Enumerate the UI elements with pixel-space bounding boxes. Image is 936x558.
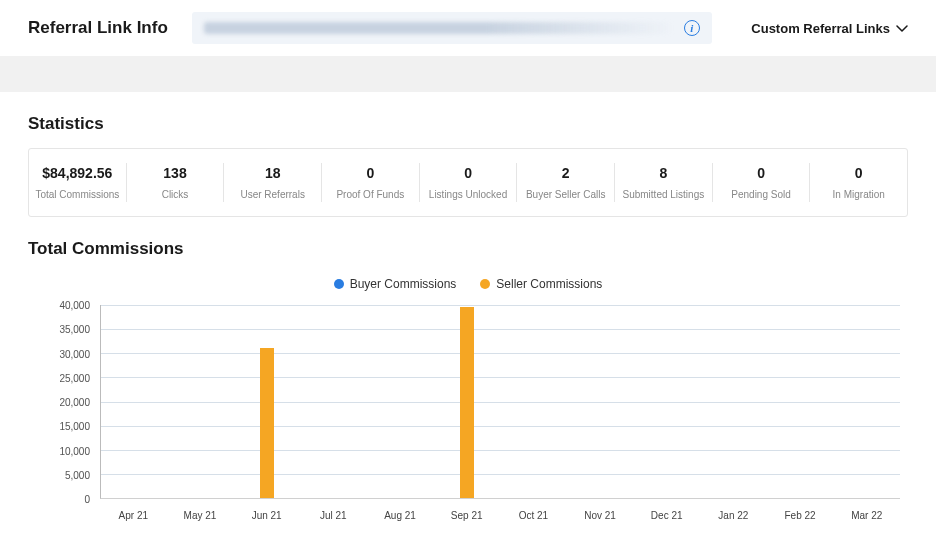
x-tick-label: Jul 21 <box>300 504 367 521</box>
stat-label: Listings Unlocked <box>426 189 511 200</box>
stat-card: 0Pending Sold <box>713 163 811 202</box>
stat-value: 0 <box>816 165 901 181</box>
legend-buyer-label: Buyer Commissions <box>350 277 457 291</box>
stat-label: Total Commissions <box>35 189 120 200</box>
stat-label: Pending Sold <box>719 189 804 200</box>
y-tick-label: 35,000 <box>59 324 90 335</box>
x-tick-label: Feb 22 <box>767 504 834 521</box>
stat-value: 0 <box>719 165 804 181</box>
stat-card: 0In Migration <box>810 163 907 202</box>
y-tick-label: 20,000 <box>59 397 90 408</box>
x-axis: Apr 21May 21Jun 21Jul 21Aug 21Sep 21Oct … <box>100 499 900 525</box>
legend-seller: Seller Commissions <box>480 277 602 291</box>
custom-referral-links-dropdown[interactable]: Custom Referral Links <box>751 21 908 36</box>
y-tick-label: 30,000 <box>59 348 90 359</box>
referral-link-field[interactable]: i <box>192 12 712 44</box>
stat-card: 18User Referrals <box>224 163 322 202</box>
y-tick-label: 0 <box>84 494 90 505</box>
stat-card: $84,892.56Total Commissions <box>29 163 127 202</box>
bar-slot <box>168 305 235 498</box>
plot-area <box>100 305 900 499</box>
chart: 05,00010,00015,00020,00025,00030,00035,0… <box>28 305 908 525</box>
x-tick-label: Dec 21 <box>633 504 700 521</box>
x-tick-label: Nov 21 <box>567 504 634 521</box>
bar-seller <box>260 348 274 498</box>
y-tick-label: 15,000 <box>59 421 90 432</box>
stat-card: 8Submitted Listings <box>615 163 713 202</box>
y-axis: 05,00010,00015,00020,00025,00030,00035,0… <box>28 305 96 499</box>
stat-label: Submitted Listings <box>621 189 706 200</box>
y-tick-label: 10,000 <box>59 445 90 456</box>
y-tick-label: 5,000 <box>65 469 90 480</box>
stat-value: 2 <box>523 165 608 181</box>
x-tick-label: Apr 21 <box>100 504 167 521</box>
chart-heading: Total Commissions <box>28 239 908 259</box>
x-tick-label: Aug 21 <box>367 504 434 521</box>
legend-seller-label: Seller Commissions <box>496 277 602 291</box>
stat-card: 138Clicks <box>127 163 225 202</box>
page-title: Referral Link Info <box>28 18 168 38</box>
bar-slot <box>767 305 834 498</box>
bar-slot <box>101 305 168 498</box>
bar-slot <box>367 305 434 498</box>
statistics-heading: Statistics <box>28 114 908 134</box>
bar-slot <box>567 305 634 498</box>
bar-slot <box>301 305 368 498</box>
x-tick-label: Sep 21 <box>433 504 500 521</box>
info-icon[interactable]: i <box>684 20 700 36</box>
referral-link-blurred <box>204 22 674 34</box>
x-tick-label: Mar 22 <box>833 504 900 521</box>
y-tick-label: 25,000 <box>59 372 90 383</box>
x-tick-label: Oct 21 <box>500 504 567 521</box>
stat-value: 138 <box>133 165 218 181</box>
bar-slot <box>634 305 701 498</box>
stat-value: 8 <box>621 165 706 181</box>
chevron-down-icon <box>896 25 908 32</box>
legend-dot-seller <box>480 279 490 289</box>
chart-legend: Buyer Commissions Seller Commissions <box>28 277 908 291</box>
bar-slot <box>234 305 301 498</box>
divider-band <box>0 56 936 92</box>
stat-label: Clicks <box>133 189 218 200</box>
stat-value: 0 <box>426 165 511 181</box>
legend-buyer: Buyer Commissions <box>334 277 457 291</box>
stat-label: Buyer Seller Calls <box>523 189 608 200</box>
stat-card: 0Listings Unlocked <box>420 163 518 202</box>
bar-slot <box>833 305 900 498</box>
stat-label: User Referrals <box>230 189 315 200</box>
x-tick-label: Jan 22 <box>700 504 767 521</box>
bar-slot <box>700 305 767 498</box>
x-tick-label: May 21 <box>167 504 234 521</box>
stat-card: 0Proof Of Funds <box>322 163 420 202</box>
bar-slot <box>434 305 501 498</box>
stat-value: 18 <box>230 165 315 181</box>
stat-card: 2Buyer Seller Calls <box>517 163 615 202</box>
y-tick-label: 40,000 <box>59 300 90 311</box>
stat-value: $84,892.56 <box>35 165 120 181</box>
stat-label: In Migration <box>816 189 901 200</box>
stat-value: 0 <box>328 165 413 181</box>
stats-row: $84,892.56Total Commissions138Clicks18Us… <box>28 148 908 217</box>
bar-seller <box>460 307 474 498</box>
x-tick-label: Jun 21 <box>233 504 300 521</box>
bar-slot <box>500 305 567 498</box>
stat-label: Proof Of Funds <box>328 189 413 200</box>
custom-links-label: Custom Referral Links <box>751 21 890 36</box>
legend-dot-buyer <box>334 279 344 289</box>
bars-container <box>101 305 900 498</box>
